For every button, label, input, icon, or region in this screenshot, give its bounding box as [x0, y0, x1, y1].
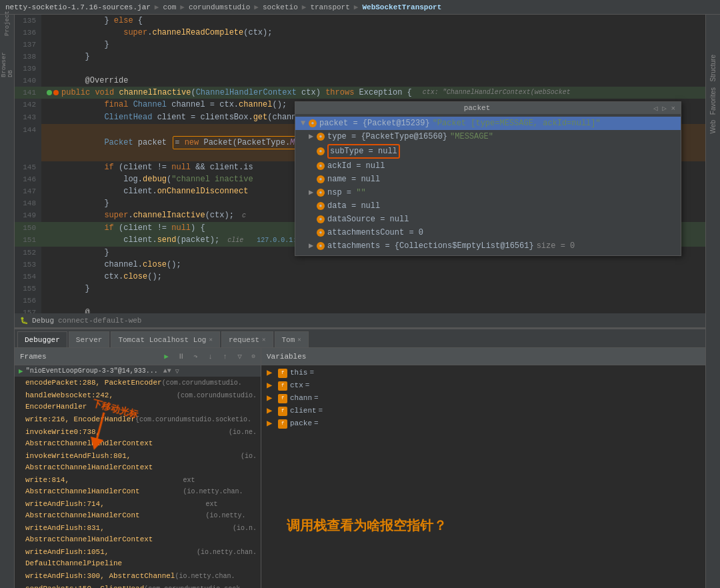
jar-label: netty-socketio-1.7.16-sources.jar — [5, 3, 151, 11]
debug-item-0[interactable]: ▼ ● packet = {Packet@15239} "Packet [typ… — [295, 117, 681, 130]
var-expand-ctx: ▶ — [267, 380, 276, 391]
frames-label: Frames — [20, 353, 47, 361]
var-icon-data: ● — [317, 202, 325, 210]
main-layout: Project DB Browser 135 } else { 136 supe… — [0, 15, 720, 588]
pause-btn[interactable]: ⏸ — [175, 351, 188, 363]
debug-item-attachmentscount[interactable]: ● attachmentsCount = 0 — [295, 226, 681, 239]
var-expand-packet: ▶ — [267, 418, 276, 429]
favorites-icon[interactable]: Favorites — [709, 87, 717, 115]
frame-item-0[interactable]: encodePacket:288, PacketEncoder (com.cor… — [15, 377, 261, 389]
var-icon-nsp: ● — [317, 189, 325, 197]
breadcrumb-socketio[interactable]: socketio — [263, 3, 298, 11]
code-line-156: 156 — [15, 295, 705, 307]
variables-list: ▶ f this = ▶ f ctx = ▶ — [261, 365, 705, 588]
expand-arrow-nsp: ▶ — [309, 187, 317, 199]
frames-settings-icon[interactable]: ⚙ — [252, 353, 255, 360]
debug-item-name[interactable]: ● name = null — [295, 173, 681, 186]
frames-toolbar: ▶ ⏸ ↷ ↓ ↑ ▽ — [160, 351, 247, 363]
close-request[interactable]: ✕ — [262, 336, 265, 343]
code-line-140: 140 @Override — [15, 75, 705, 87]
variables-header: Variables — [261, 348, 705, 365]
filter-btn[interactable]: ▽ — [233, 351, 247, 363]
debug-item-attachments[interactable]: ▶ ● attachments = {Collections$EmptyList… — [295, 239, 681, 253]
var-item-this: ▶ f this = — [261, 367, 705, 379]
debug-item-data[interactable]: ● data = null — [295, 199, 681, 213]
frame-item-1[interactable]: handleWebsocket:242, EncoderHandler (com… — [15, 389, 261, 413]
var-item-channel: ▶ f chann = — [261, 392, 705, 405]
debug-bar: 🐛 Debug connect-default-web — [15, 313, 705, 328]
step-over-btn[interactable]: ↷ — [189, 351, 203, 363]
var-item-ctx: ▶ f ctx = — [261, 379, 705, 392]
frame-item-3[interactable]: invokeWrite0:738, AbstractChannelHandler… — [15, 426, 261, 450]
var-expand-channel: ▶ — [267, 393, 276, 404]
breadcrumb-com[interactable]: com — [163, 3, 176, 11]
breadcrumb-corundumstudio[interactable]: corundumstudio — [189, 3, 250, 11]
frames-list[interactable]: ▶ "nioEventLoopGroup-3-3"@14,933... ▲▼ ▽… — [15, 365, 261, 588]
project-icon[interactable]: Project — [1, 17, 13, 29]
content-area: 135 } else { 136 super.channelReadComple… — [15, 15, 705, 588]
db-browser-icon[interactable]: DB Browser — [1, 59, 13, 71]
var-icon-type: ● — [317, 133, 325, 141]
thread-label: "nioEventLoopGroup-3-3"@14,933... — [26, 367, 158, 375]
debug-icon: 🐛 — [20, 317, 28, 325]
thread-play-icon: ▶ — [19, 367, 23, 375]
frame-item-7[interactable]: writeAndFlush:831, AbstractChannelHandle… — [15, 522, 261, 546]
step-out-btn[interactable]: ↑ — [219, 351, 232, 363]
code-line-154: 154 ctx.close(); — [15, 271, 705, 283]
code-editor[interactable]: 135 } else { 136 super.channelReadComple… — [15, 15, 705, 313]
var-icon-client: f — [278, 407, 287, 416]
code-line-155: 155 } — [15, 283, 705, 295]
breadcrumb-websockettransport[interactable]: WebSocketTransport — [362, 3, 441, 11]
close-tom[interactable]: ✕ — [297, 336, 301, 343]
tab-tomcat-log[interactable]: Tomcat Localhost Log ✕ — [111, 331, 219, 347]
code-line-153: 153 channel.close(); — [15, 259, 705, 271]
expand-arrow-0: ▼ — [301, 117, 309, 129]
frame-item-9[interactable]: writeAndFlush:300, AbstractChannel (io.n… — [15, 570, 261, 583]
frame-item-10[interactable]: sendPackets:150, ClientHead (com.corundu… — [15, 583, 261, 588]
var-icon-subtype: ● — [317, 147, 325, 155]
debug-tooltip: packet ◁ ▷ × ▼ ● packet = {Packet@15239}… — [295, 101, 681, 256]
tab-debugger[interactable]: Debugger — [17, 331, 67, 347]
var-icon-ctx: f — [278, 381, 287, 391]
code-line-136: 136 super.channelReadComplete(ctx); — [15, 27, 705, 39]
close-tomcat-log[interactable]: ✕ — [209, 336, 212, 343]
debug-item-datasource[interactable]: ● dataSource = null — [295, 213, 681, 226]
web-icon[interactable]: Web — [709, 120, 717, 133]
step-into-btn[interactable]: ↓ — [204, 351, 217, 363]
breadcrumb-sep2: ▶ — [180, 3, 185, 11]
frame-item-8[interactable]: writeAndFlush:1051, DefaultChannelPipeli… — [15, 546, 261, 570]
code-line-139: 139 — [15, 63, 705, 75]
debug-label: Debug — [32, 317, 54, 325]
var-expand-this: ▶ — [267, 367, 276, 379]
debug-content: Frames ▶ ⏸ ↷ ↓ ↑ ▽ ⚙ — [15, 348, 705, 588]
code-line-135: 135 } else { — [15, 15, 705, 27]
breadcrumb-transport[interactable]: transport — [310, 3, 349, 11]
resume-btn[interactable]: ▶ — [160, 351, 173, 363]
debug-panel: Debugger Server Tomcat Localhost Log ✕ r… — [15, 328, 705, 588]
frames-panel: Frames ▶ ⏸ ↷ ↓ ↑ ▽ ⚙ — [15, 348, 261, 588]
debug-item-type[interactable]: ▶ ● type = {PacketType@16560} "MESSAGE" — [295, 130, 681, 143]
debug-item-subtype[interactable]: ▶ ● subType = null — [295, 143, 681, 159]
breadcrumb-sep3: ▶ — [254, 3, 259, 11]
frame-item-5[interactable]: write:814, AbstractChannelHandlerCont ex… — [15, 474, 261, 498]
frame-item-4[interactable]: invokeWriteAndFlush:801, AbstractChannel… — [15, 450, 261, 474]
expand-arrow-type: ▶ — [309, 131, 317, 143]
code-line-138: 138 } — [15, 51, 705, 63]
debug-connection: connect-default-web — [58, 317, 141, 325]
var-icon-ackid: ● — [317, 162, 325, 170]
debug-tooltip-body: ▼ ● packet = {Packet@15239} "Packet [typ… — [295, 114, 681, 255]
frame-item-6[interactable]: writeAndFlush:714, AbstractChannelHandle… — [15, 498, 261, 522]
frames-header: Frames ▶ ⏸ ↷ ↓ ↑ ▽ ⚙ — [15, 348, 261, 365]
debug-tabs: Debugger Server Tomcat Localhost Log ✕ r… — [15, 329, 705, 348]
tab-server[interactable]: Server — [69, 331, 110, 347]
debug-item-ackid[interactable]: ● ackId = null — [295, 159, 681, 173]
breadcrumb-sep4: ▶ — [302, 3, 307, 11]
var-icon-datasource: ● — [317, 215, 325, 223]
frame-item-2[interactable]: write:216, EncoderHandler {com.corundums… — [15, 413, 261, 426]
left-sidebar: Project DB Browser — [0, 15, 15, 588]
var-item-client: ▶ f client = — [261, 405, 705, 417]
tab-tom[interactable]: Tom ✕ — [275, 331, 309, 347]
tab-request[interactable]: request ✕ — [221, 331, 273, 347]
debug-item-nsp[interactable]: ▶ ● nsp = "" — [295, 186, 681, 199]
structure-icon[interactable]: Structure — [709, 55, 717, 82]
